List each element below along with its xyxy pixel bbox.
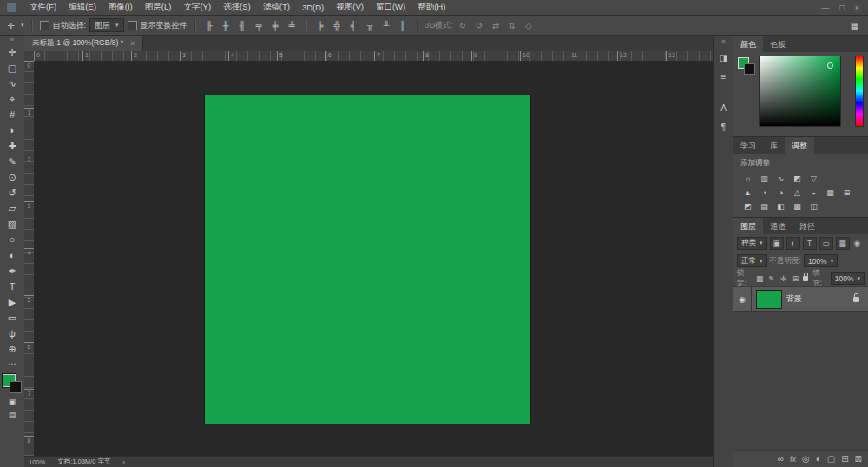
posterize-icon[interactable]: ▤ <box>757 201 772 213</box>
menu-3d[interactable]: 3D(D) <box>296 3 330 12</box>
workspace-icon[interactable]: ▦ <box>848 18 861 32</box>
3d-drag-icon[interactable]: ⇄ <box>490 18 503 32</box>
color-cursor[interactable] <box>827 62 833 69</box>
blend-mode-select[interactable]: 正常 ▾ <box>737 254 767 267</box>
filter-smart-icon[interactable]: ▦ <box>836 237 850 250</box>
channel-mixer-icon[interactable]: ▦ <box>823 187 838 199</box>
distribute-top-icon[interactable]: ╥ <box>364 18 377 32</box>
lock-transparency-icon[interactable]: ▦ <box>755 274 765 283</box>
menu-filter[interactable]: 滤镜(T) <box>257 2 296 13</box>
filter-toggle-icon[interactable]: ◉ <box>852 239 863 247</box>
align-top-icon[interactable]: ╤ <box>253 18 266 32</box>
filter-type-icon[interactable]: T <box>803 237 817 250</box>
type-tool[interactable]: T <box>2 279 23 294</box>
align-bottom-icon[interactable]: ╧ <box>286 18 299 32</box>
menu-window[interactable]: 窗口(W) <box>370 2 411 13</box>
history-brush-tool[interactable]: ↺ <box>2 185 23 201</box>
3d-slide-icon[interactable]: ⇅ <box>506 18 519 32</box>
tab-paths[interactable]: 路径 <box>792 218 822 234</box>
distribute-right-icon[interactable]: ╡ <box>347 18 360 32</box>
lasso-tool[interactable]: ∿ <box>2 76 23 91</box>
menu-file[interactable]: 文件(F) <box>23 2 62 13</box>
menu-help[interactable]: 帮助(H) <box>411 2 451 13</box>
new-group-icon[interactable]: ▢ <box>827 454 835 464</box>
distribute-left-icon[interactable]: ╞ <box>314 18 327 32</box>
tab-layers[interactable]: 图层 <box>733 218 763 234</box>
document-tab[interactable]: 未标题-1 @ 100%(RGB/8) * × <box>24 36 143 51</box>
layer-filter-select[interactable]: 种类 ▾ <box>737 237 767 250</box>
delete-layer-icon[interactable]: ⊠ <box>855 454 862 464</box>
opacity-select[interactable]: 100% ▾ <box>804 254 838 267</box>
clone-stamp-tool[interactable]: ⊙ <box>2 169 23 185</box>
new-adjustment-icon[interactable]: ◐ <box>816 454 821 464</box>
pen-tool[interactable]: ✒ <box>2 263 23 279</box>
minimize-button[interactable]: — <box>821 3 829 12</box>
distribute-center-h-icon[interactable]: ╬ <box>331 18 344 32</box>
menu-view[interactable]: 视图(V) <box>330 2 370 13</box>
menu-select[interactable]: 选择(S) <box>217 2 257 13</box>
history-panel-icon[interactable]: ◨ <box>715 48 732 67</box>
align-middle-icon[interactable]: ╪ <box>269 18 282 32</box>
lock-pixels-icon[interactable]: ✎ <box>766 274 776 283</box>
distribute-bottom-icon[interactable]: ╨ <box>380 18 393 32</box>
dodge-tool[interactable]: ◐ <box>2 247 23 263</box>
shape-tool[interactable]: ▭ <box>2 310 23 326</box>
expand-panels-icon[interactable]: « <box>721 36 725 48</box>
quick-selection-tool[interactable]: ⌖ <box>2 91 23 107</box>
eraser-tool[interactable]: ▱ <box>2 201 23 216</box>
blur-tool[interactable]: ○ <box>2 232 23 247</box>
curves-icon[interactable]: ∿ <box>773 173 788 185</box>
visibility-toggle[interactable]: ◉ <box>733 287 752 311</box>
invert-icon[interactable]: ◩ <box>740 201 755 213</box>
link-layers-icon[interactable]: ∞ <box>778 454 784 464</box>
auto-select-target-select[interactable]: 图层 ▾ <box>89 18 124 32</box>
lock-all-icon[interactable] <box>803 276 808 281</box>
align-center-h-icon[interactable]: ╫ <box>220 18 233 32</box>
screen-mode-icon[interactable]: ▤ <box>2 408 23 421</box>
brightness-contrast-icon[interactable]: ☼ <box>740 173 755 185</box>
tab-swatches[interactable]: 色板 <box>763 36 792 52</box>
hand-tool[interactable]: ψ <box>2 326 23 341</box>
layer-name[interactable]: 背景 <box>786 293 853 305</box>
background-swatch[interactable] <box>744 63 755 75</box>
lock-artboard-icon[interactable]: ⊞ <box>791 274 800 283</box>
zoom-tool[interactable]: ⊕ <box>2 341 23 357</box>
photo-filter-icon[interactable]: ◒ <box>806 187 821 199</box>
more-adjust-icon[interactable]: ▽ <box>806 173 821 185</box>
menu-layer[interactable]: 图层(L) <box>139 2 178 13</box>
align-right-icon[interactable]: ╢ <box>236 18 249 32</box>
levels-icon[interactable]: ▥ <box>757 173 772 185</box>
eyedropper-tool[interactable]: ◗ <box>2 122 23 138</box>
fill-select[interactable]: 100% ▾ <box>831 272 865 285</box>
color-lookup-icon[interactable]: ⊞ <box>839 187 854 199</box>
canvas-viewport[interactable] <box>34 61 714 457</box>
status-menu-chevron-icon[interactable]: › <box>122 458 125 466</box>
exposure-icon[interactable]: ◩ <box>790 173 805 185</box>
background-color-swatch[interactable] <box>10 381 22 393</box>
color-balance-icon[interactable]: ◑ <box>773 187 788 199</box>
gradient-tool[interactable]: ▨ <box>2 216 23 232</box>
tab-channels[interactable]: 通道 <box>763 218 792 234</box>
3d-roll-icon[interactable]: ↺ <box>473 18 486 32</box>
layer-thumbnail[interactable] <box>757 291 781 308</box>
menu-edit[interactable]: 编辑(E) <box>62 2 102 13</box>
menu-image[interactable]: 图像(I) <box>102 2 139 13</box>
close-button[interactable]: × <box>855 3 859 12</box>
menu-type[interactable]: 文字(Y) <box>177 2 217 13</box>
distribute-vertical-icon[interactable]: ║ <box>397 18 410 32</box>
layer-row-background[interactable]: ◉ 背景 <box>733 287 868 312</box>
black-white-icon[interactable]: △ <box>790 187 805 199</box>
lock-position-icon[interactable]: ✛ <box>779 274 788 283</box>
show-transform-checkbox[interactable] <box>128 21 137 30</box>
edit-toolbar-icon[interactable]: ⋯ <box>2 357 23 370</box>
marquee-tool[interactable]: ▢ <box>2 60 23 76</box>
brush-tool[interactable]: ✎ <box>2 154 23 169</box>
auto-select-checkbox[interactable] <box>40 21 49 30</box>
tab-color[interactable]: 颜色 <box>733 36 763 52</box>
3d-scale-icon[interactable]: ◇ <box>523 18 536 32</box>
saturation-brightness-picker[interactable] <box>759 56 841 127</box>
properties-panel-icon[interactable]: ≡ <box>715 67 732 86</box>
new-layer-icon[interactable]: ⊞ <box>841 454 848 464</box>
tab-libraries[interactable]: 库 <box>763 137 785 154</box>
hue-saturation-icon[interactable]: ◔ <box>757 187 772 199</box>
